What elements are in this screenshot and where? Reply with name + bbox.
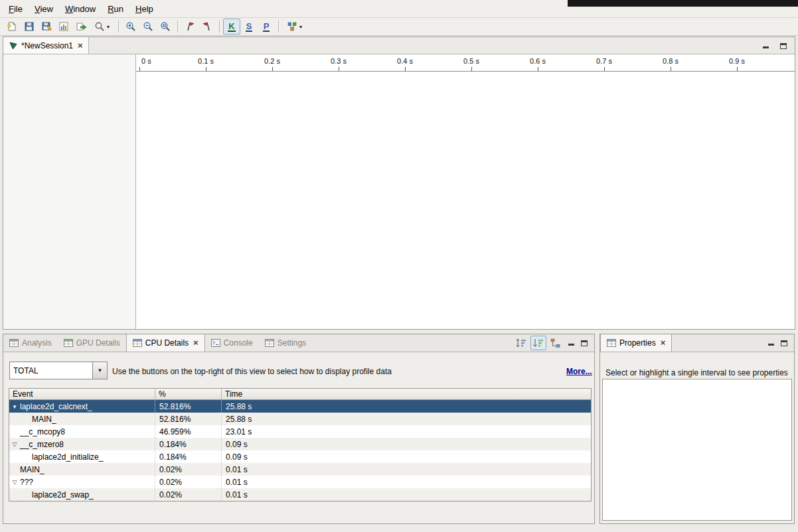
timeline-row-labels-panel <box>3 54 136 329</box>
tab-settings[interactable]: Settings <box>259 334 312 352</box>
timeline-canvas[interactable] <box>137 72 795 329</box>
menu-run[interactable]: Run <box>102 1 129 17</box>
timeline-editor: *NewSession1 × 0 s 0.1 s 0.2 s 0.3 s 0.4… <box>3 36 795 330</box>
ruler-tick <box>405 67 406 71</box>
zoom-out-button[interactable] <box>139 19 157 34</box>
tab-label: GPU Details <box>76 338 120 348</box>
tab-gpu-details[interactable]: GPU Details <box>58 334 126 352</box>
zoom-in-button[interactable] <box>122 19 139 34</box>
tree-expander-icon[interactable]: ▽ <box>9 479 20 486</box>
session-icon <box>9 41 18 50</box>
profile-scope-combo[interactable]: TOTAL ▼ <box>9 362 108 379</box>
table-row[interactable]: ▽__c_mzero8 0.184% 0.09 s <box>9 438 591 450</box>
maximize-button[interactable] <box>578 337 590 349</box>
minimize-button[interactable] <box>565 337 577 349</box>
menu-window[interactable]: Window <box>59 1 102 17</box>
tab-console[interactable]: Console <box>205 334 259 352</box>
column-header-event[interactable]: Event <box>9 389 155 399</box>
table-row[interactable]: ▾laplace2d_calcnext_ 52.816% 25.88 s <box>9 400 591 413</box>
window-titlebar-fragment <box>568 0 798 7</box>
analysis-button[interactable]: ▼ <box>282 19 307 34</box>
time-cell: 0.09 s <box>222 450 591 463</box>
close-icon[interactable]: × <box>661 339 666 347</box>
percent-cell: 0.02% <box>155 488 222 501</box>
zoom-out-icon <box>143 21 153 32</box>
dropdown-arrow-icon: ▼ <box>299 25 303 29</box>
table-row[interactable]: laplace2d_initialize_ 0.184% 0.09 s <box>9 450 591 463</box>
ruler-tick <box>737 67 738 71</box>
new-session-button[interactable] <box>3 19 21 34</box>
bottom-up-view-button[interactable] <box>548 336 564 350</box>
table-row[interactable]: __c_mcopy8 46.959% 23.01 s <box>9 425 591 438</box>
time-cell: 25.88 s <box>222 400 591 413</box>
column-header-time[interactable]: Time <box>222 389 591 399</box>
ruler-tick <box>471 67 472 71</box>
maximize-icon <box>780 43 787 49</box>
tab-analysis[interactable]: Analysis <box>3 334 58 352</box>
previous-marker-button[interactable] <box>199 19 216 34</box>
report-chart-icon <box>58 21 69 32</box>
maximize-button[interactable] <box>777 40 789 52</box>
time-cell: 23.01 s <box>222 425 591 438</box>
flat-view-button[interactable] <box>513 336 529 350</box>
zoom-fit-icon <box>160 21 171 32</box>
minimize-button[interactable] <box>759 40 771 52</box>
properties-view-tools <box>759 334 794 352</box>
save-as-icon <box>41 21 52 32</box>
table-row[interactable]: laplace2d_swap_ 0.02% 0.01 s <box>9 488 591 501</box>
next-marker-button[interactable] <box>181 19 199 34</box>
details-tabbar: Analysis GPU Details CPU Details × Conso… <box>3 334 594 352</box>
save-as-button[interactable] <box>38 19 55 34</box>
ruler-tick-label: 0.5 s <box>463 57 479 65</box>
tab-cpu-details[interactable]: CPU Details × <box>126 334 205 352</box>
zoom-fit-button[interactable] <box>157 19 174 34</box>
percent-cell: 0.184% <box>155 438 222 450</box>
close-icon[interactable]: × <box>78 42 83 50</box>
table-row[interactable]: MAIN_ 52.816% 25.88 s <box>9 413 591 425</box>
tree-expander-icon[interactable]: ▾ <box>9 403 20 410</box>
table-row[interactable]: ▽??? 0.02% 0.01 s <box>9 476 591 488</box>
tree-expander-icon[interactable]: ▽ <box>9 441 20 448</box>
event-cell: __c_mzero8 <box>20 440 64 449</box>
ruler-tick-label: 0.6 s <box>530 57 546 65</box>
gpu-details-tab-icon <box>64 339 73 347</box>
table-row[interactable]: MAIN_ 0.02% 0.01 s <box>9 463 591 476</box>
column-header-percent[interactable]: % <box>155 389 222 399</box>
more-link[interactable]: More... <box>566 367 592 376</box>
menu-file[interactable]: File <box>3 1 29 17</box>
ruler-tick <box>139 67 140 71</box>
tab-newsession1[interactable]: *NewSession1 × <box>3 37 89 54</box>
stream-timeline-button[interactable]: S <box>240 19 258 34</box>
menu-help[interactable]: Help <box>129 1 159 17</box>
search-button[interactable]: ▼ <box>90 19 115 34</box>
process-timeline-button[interactable]: P <box>258 19 275 34</box>
menu-bar: File View Window Run Help <box>0 0 798 18</box>
close-icon[interactable]: × <box>193 339 199 347</box>
toolbar-separator <box>177 21 178 33</box>
timeline-ruler[interactable]: 0 s 0.1 s 0.2 s 0.3 s 0.4 s 0.5 s 0.6 s … <box>136 54 795 72</box>
tab-properties[interactable]: Properties × <box>600 334 672 352</box>
toolbar-separator <box>278 21 279 33</box>
kernel-timeline-button[interactable]: K <box>223 19 240 34</box>
menu-view[interactable]: View <box>29 1 59 17</box>
ruler-tick <box>272 67 273 71</box>
analysis-tab-icon <box>9 339 19 347</box>
previous-marker-icon <box>202 21 212 32</box>
details-view-tools <box>513 334 594 352</box>
flat-view-icon <box>515 338 527 348</box>
save-button[interactable] <box>21 19 38 34</box>
maximize-button[interactable] <box>778 337 790 349</box>
toolbar-separator <box>118 21 119 33</box>
combo-dropdown-button[interactable]: ▼ <box>92 362 107 379</box>
percent-cell: 0.02% <box>155 476 222 488</box>
next-marker-icon <box>185 21 195 32</box>
export-icon <box>76 21 86 32</box>
process-letter-icon: P <box>263 22 270 32</box>
editor-tab-label: *NewSession1 <box>21 41 73 50</box>
tab-label: Console <box>224 338 253 348</box>
minimize-icon <box>768 344 774 346</box>
export-button[interactable] <box>72 19 90 34</box>
minimize-button[interactable] <box>765 337 777 349</box>
top-down-view-button[interactable] <box>530 336 546 350</box>
report-chart-button[interactable] <box>55 19 72 34</box>
